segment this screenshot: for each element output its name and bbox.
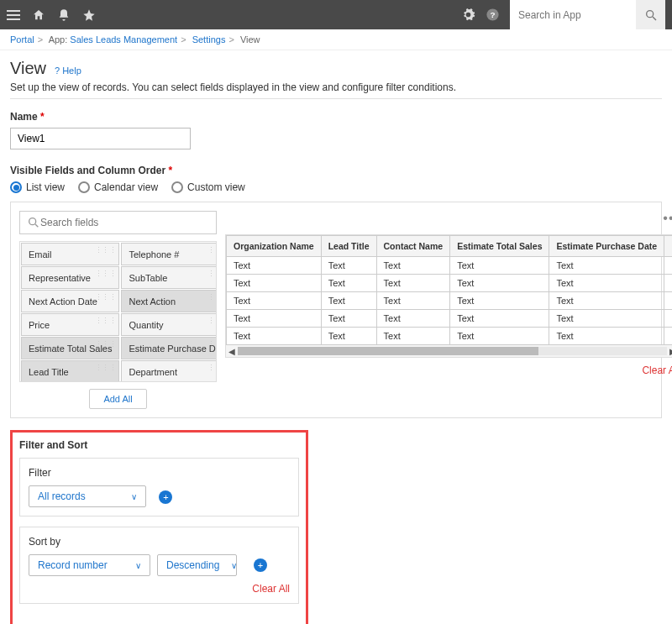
radio-custom-view[interactable]: Custom view xyxy=(171,181,245,193)
field-item[interactable]: Next Action⋮⋮⋮ xyxy=(121,290,217,312)
preview-hscroll[interactable]: ◀ ▶ xyxy=(226,345,672,357)
svg-line-5 xyxy=(35,224,38,227)
add-filter-button[interactable]: + xyxy=(159,490,172,504)
table-row: TextTextTextTextText xyxy=(227,310,673,328)
help-icon[interactable]: ? xyxy=(486,8,500,22)
table-row: TextTextTextTextText xyxy=(227,275,673,292)
add-all-button[interactable]: Add All xyxy=(89,389,146,409)
clear-all-sort[interactable]: Clear All xyxy=(29,583,290,595)
column-header[interactable]: Lead Title xyxy=(321,236,376,257)
field-item[interactable]: Department⋮⋮⋮ xyxy=(121,360,217,382)
filter-label: Filter xyxy=(29,467,290,479)
svg-point-2 xyxy=(646,10,653,17)
column-header[interactable]: Estimate Total Sales xyxy=(450,236,549,257)
sort-direction-select[interactable]: Descending∨ xyxy=(157,554,237,576)
filter-sort-title: Filter and Sort xyxy=(19,439,299,451)
field-item[interactable]: Estimate Total Sales⋮⋮⋮ xyxy=(21,337,119,359)
breadcrumb-portal[interactable]: Portal xyxy=(10,34,34,45)
radio-list-view[interactable]: List view xyxy=(10,181,65,193)
bell-icon[interactable] xyxy=(57,8,71,22)
preview-table: Organization NameLead TitleContact NameE… xyxy=(226,235,672,345)
field-item[interactable]: Email⋮⋮⋮ xyxy=(21,243,119,265)
view-designer: Email⋮⋮⋮Representative⋮⋮⋮Next Action Dat… xyxy=(10,202,662,418)
search-icon xyxy=(27,216,40,229)
filter-select[interactable]: All records∨ xyxy=(29,485,146,507)
field-item[interactable]: Representative⋮⋮⋮ xyxy=(21,266,119,289)
svg-line-3 xyxy=(653,17,656,20)
topbar: ? xyxy=(0,0,672,29)
breadcrumb: Portal> App: Sales Leads Management> Set… xyxy=(0,29,672,50)
sort-field-select[interactable]: Record number∨ xyxy=(29,554,150,576)
field-item[interactable]: Quantity⋮⋮⋮ xyxy=(121,313,217,336)
field-item[interactable]: Lead Title⋮⋮⋮ xyxy=(21,360,119,382)
star-icon[interactable] xyxy=(82,8,96,22)
svg-point-4 xyxy=(29,218,36,225)
home-icon[interactable] xyxy=(32,8,45,22)
help-link[interactable]: ? Help xyxy=(55,66,81,76)
sort-label: Sort by xyxy=(29,536,290,548)
filter-sort-section: Filter and Sort Filter All records∨ + So… xyxy=(10,430,308,624)
search-button[interactable] xyxy=(636,0,665,29)
table-row: TextTextTextTextText xyxy=(227,328,673,345)
breadcrumb-app-prefix: App: xyxy=(49,34,71,45)
field-item[interactable]: Price⋮⋮⋮ xyxy=(21,313,119,336)
app-search xyxy=(510,0,665,29)
field-item[interactable]: SubTable⋮⋮⋮ xyxy=(121,266,217,289)
columns-label: Visible Fields and Column Order * xyxy=(10,165,662,176)
column-header[interactable]: Contact Name xyxy=(376,236,450,257)
name-label: Name * xyxy=(10,111,662,123)
breadcrumb-view: View xyxy=(240,34,260,45)
page-title: View xyxy=(10,59,46,78)
name-input[interactable] xyxy=(10,128,191,149)
field-item[interactable]: Telephone #⋮⋮⋮ xyxy=(121,243,217,265)
gear-icon[interactable] xyxy=(461,8,475,22)
table-row: TextTextTextTextText xyxy=(227,257,673,275)
svg-text:?: ? xyxy=(490,10,495,19)
menu-icon[interactable] xyxy=(7,10,20,20)
table-row: TextTextTextTextText xyxy=(227,292,673,310)
available-fields: Email⋮⋮⋮Representative⋮⋮⋮Next Action Dat… xyxy=(19,241,217,382)
add-sort-button[interactable]: + xyxy=(254,558,267,572)
more-menu[interactable]: ••• xyxy=(225,211,672,226)
column-header[interactable]: Organization Name xyxy=(227,236,322,257)
search-fields-input[interactable] xyxy=(40,217,209,228)
field-item[interactable]: Estimate Purchase D…⋮⋮⋮ xyxy=(121,337,217,359)
breadcrumb-settings[interactable]: Settings xyxy=(192,34,226,45)
search-input[interactable] xyxy=(510,0,636,29)
clear-all-columns[interactable]: Clear All xyxy=(225,364,672,376)
page-description: Set up the view of records. You can sele… xyxy=(10,81,662,93)
column-header[interactable]: Estimate Purchase Date xyxy=(549,236,664,257)
breadcrumb-app[interactable]: Sales Leads Management xyxy=(70,34,177,45)
radio-calendar-view[interactable]: Calendar view xyxy=(78,181,158,193)
field-item[interactable]: Next Action Date⋮⋮⋮ xyxy=(21,290,119,312)
